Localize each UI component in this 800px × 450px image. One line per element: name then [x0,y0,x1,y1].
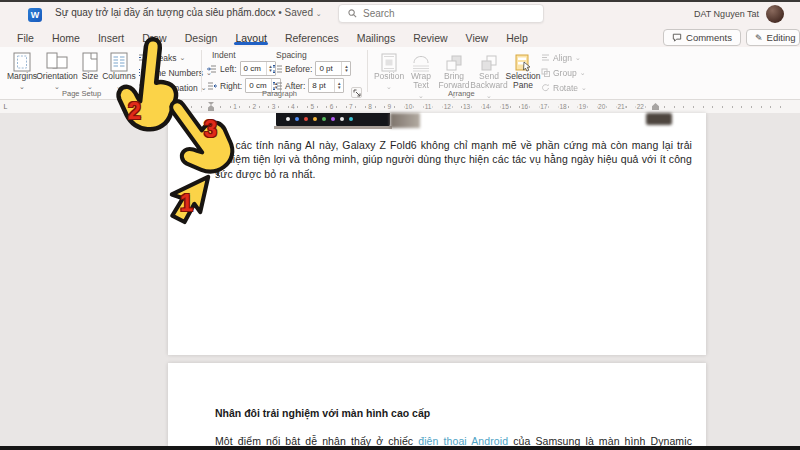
ruler-number: 2 [251,103,257,110]
embedded-image-cropped[interactable] [276,113,390,127]
ruler-number: 21 [616,103,625,110]
annotation-number-3: 3 [204,116,217,143]
chevron-down-icon: ⌄ [486,91,492,100]
orientation-button[interactable]: Orientation ⌄ [38,49,76,91]
app-icon-dot [331,117,335,121]
document-canvas[interactable]: Với các tính năng AI này, Galaxy Z Fold6… [0,113,800,450]
ruler-number: 9 [387,103,393,110]
tab-layout[interactable]: Layout [226,32,276,44]
search-icon [348,9,357,18]
app-icon-dot [286,117,290,121]
avatar [766,5,784,23]
ruler-number: 19 [578,103,587,110]
paragraph-1[interactable]: Với các tính năng AI này, Galaxy Z Fold6… [215,138,692,182]
margins-label: Margins [7,72,37,81]
indent-left-input[interactable]: 0 cm▲▼ [240,61,276,76]
chevron-down-icon: ⌄ [580,69,586,77]
rotate-icon [541,83,550,92]
document-page-1[interactable]: Với các tính năng AI này, Galaxy Z Fold6… [168,113,706,355]
title-separator: • [278,7,282,18]
save-status-dropdown[interactable]: • Saved ⌄ [278,7,321,18]
document-page-2[interactable]: Nhân đôi trải nghiệm với màn hình cao cấ… [168,363,706,447]
ruler-number: 7 [348,103,354,110]
send-backward-icon [480,49,498,72]
chevron-down-icon: ⌄ [581,84,587,92]
selection-pane-button[interactable]: Selection Pane [508,49,538,90]
spinner-arrows[interactable]: ▲▼ [341,62,350,75]
ruler-number: 5 [309,103,315,110]
tab-file[interactable]: File [8,32,43,44]
pencil-icon: ✎ [755,33,763,43]
ruler-number: 4 [290,103,296,110]
tab-help[interactable]: Help [497,32,537,44]
titlebar: W Sự quay trở lại đầy ấn tượng của siêu … [0,0,800,28]
app-icon-dot [349,117,353,121]
section-heading[interactable]: Nhân đôi trải nghiệm với màn hình cao cấ… [215,407,430,419]
tab-row-right: Comments ✎ Editing [663,29,800,46]
group-divider [201,50,202,92]
chevron-down-icon: ⌄ [386,82,392,91]
app-icon-dot [340,117,344,121]
ruler-number: 18 [558,103,567,110]
spacing-before-label: Before: [285,64,312,74]
app-icon-dots [286,117,390,121]
ruler-number: 12 [443,103,452,110]
ruler-number: 17 [539,103,548,110]
arrange-group-label: Arrange [448,89,475,98]
tab-home[interactable]: Home [43,32,89,44]
tab-review[interactable]: Review [404,32,456,44]
align-button[interactable]: Align ⌄ [541,50,587,65]
chevron-down-icon: ⌄ [54,82,60,91]
hyperlink-dien-thoai-android[interactable]: điện thoại Android [418,435,508,447]
chevron-down-icon: ⌄ [19,82,25,91]
ruler-number: 15 [501,103,510,110]
spacing-label: Spacing [276,50,307,60]
tab-mailings[interactable]: Mailings [348,32,405,44]
spacing-before-icon [272,64,282,74]
page-setup-group-label: Page Setup [62,89,101,98]
send-backward-button[interactable]: Send Backward ⌄ [472,49,506,100]
annotation-number-2: 2 [128,98,141,125]
indent-left-value: 0 cm [244,64,261,73]
position-icon [381,49,397,72]
rotate-button[interactable]: Rotate ⌄ [541,80,587,95]
editing-button[interactable]: ✎ Editing [746,29,800,46]
comments-button[interactable]: Comments [663,29,741,46]
word-window: W Sự quay trở lại đầy ấn tượng của siêu … [0,0,800,450]
ruler-number: 22 [636,103,645,110]
annotation-arrow-step1: 1 [166,170,216,228]
spacing-after-input[interactable]: 8 pt▲▼ [308,78,344,93]
position-button[interactable]: Position ⌄ [374,49,404,91]
embedded-image-blur-right [646,113,672,125]
ruler-number: 3 [271,103,277,110]
wrap-text-button[interactable]: Wrap Text ⌄ [406,49,436,100]
indent-right-icon [207,81,217,91]
group-label: Group [553,68,577,78]
tab-stop-selector[interactable]: L [0,100,11,113]
search-input[interactable]: Search [338,4,544,23]
group-button[interactable]: Group ⌄ [541,65,587,80]
align-icon [541,53,550,62]
paragraph-dialog-launcher[interactable] [351,87,362,98]
indent-left-field: Left: 0 cm▲▼ [207,61,276,76]
ruler-number: 8 [367,103,373,110]
ruler-number: 20 [597,103,606,110]
dialog-launcher-icon [353,89,361,97]
tab-references[interactable]: References [276,32,348,44]
margins-button[interactable]: Margins ⌄ [6,49,38,91]
send-backward-label: Send Backward [470,72,507,90]
embedded-image-edge [274,126,392,129]
ruler-number: 10 [404,103,413,110]
tab-view[interactable]: View [457,32,498,44]
size-button[interactable]: Size ⌄ [78,49,102,91]
spinner-arrows[interactable]: ▲▼ [334,79,343,92]
editing-label: Editing [767,32,796,43]
spacing-before-value: 0 pt [319,64,332,73]
bring-forward-icon [445,49,463,72]
group-icon [541,68,550,77]
spacing-before-input[interactable]: 0 pt▲▼ [315,61,351,76]
app-icon-dot [295,117,299,121]
account-button[interactable]: DAT Nguyen Tat [694,5,784,23]
right-indent-marker[interactable] [652,103,659,110]
margins-icon [13,49,31,72]
